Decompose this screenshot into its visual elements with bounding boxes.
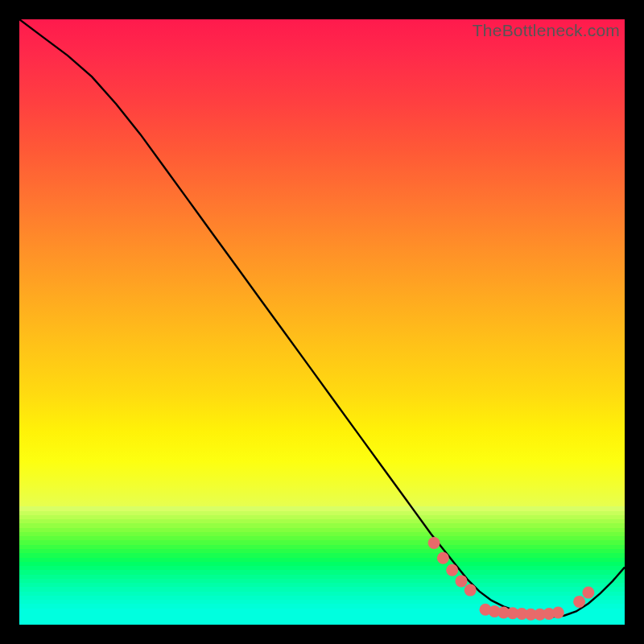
watermark-text: TheBottleneck.com: [473, 21, 620, 40]
data-marker: [464, 584, 477, 597]
data-marker: [582, 587, 594, 599]
data-marker: [573, 596, 585, 608]
plot-area: TheBottleneck.com: [19, 19, 625, 625]
curve-path: [19, 19, 625, 617]
data-marker: [534, 609, 546, 621]
chart-frame: TheBottleneck.com: [0, 0, 644, 644]
data-marker: [428, 537, 440, 549]
data-marker: [437, 552, 449, 564]
data-marker: [516, 608, 528, 620]
data-marker: [525, 609, 537, 621]
data-marker: [543, 608, 555, 620]
data-marker: [497, 607, 510, 619]
data-marker: [552, 607, 564, 619]
chart-svg: [19, 19, 625, 625]
data-marker: [489, 605, 501, 617]
marker-group: [428, 537, 595, 621]
data-marker: [506, 607, 518, 619]
data-marker: [446, 564, 458, 576]
data-marker: [456, 575, 468, 587]
data-marker: [480, 604, 492, 616]
